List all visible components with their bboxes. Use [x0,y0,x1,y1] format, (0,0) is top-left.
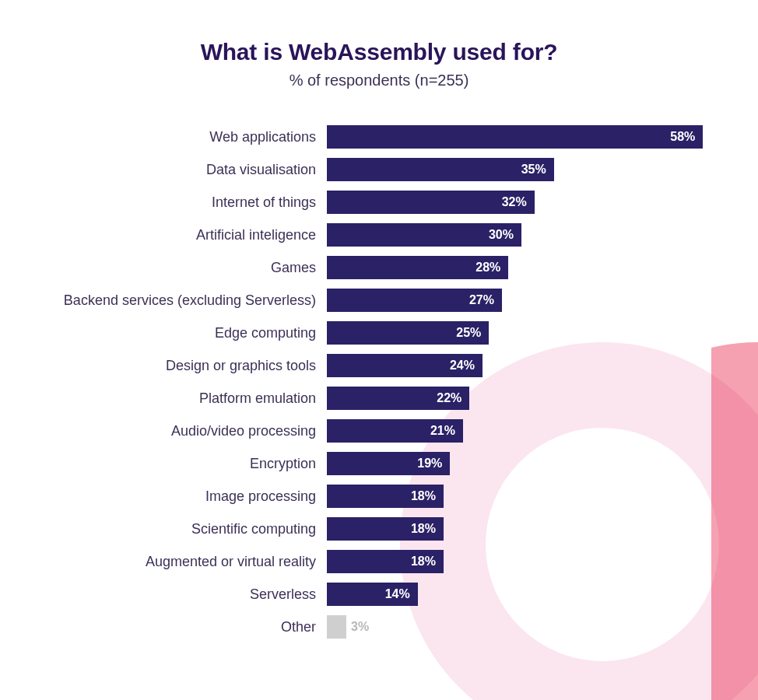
bar: 25% [327,321,489,345]
category-label: Backend services (excluding Serverless) [0,292,327,309]
bar-area: 25% [327,321,732,345]
bar-row: Encryption19% [0,447,758,480]
bar-value-label: 28% [476,261,500,275]
bar: 21% [327,419,463,443]
bar: 18% [327,517,444,541]
bar-area: 28% [327,256,732,279]
bar: 18% [327,485,444,508]
category-label: Platform emulation [0,390,327,407]
bar-area: 18% [327,517,732,541]
bars-area: Web applications58%Data visualisation35%… [0,121,758,643]
bar-area: 18% [327,550,732,573]
bar-value-label: 22% [437,391,461,405]
category-label: Augmented or virtual reality [0,554,327,570]
bar-value-label: 18% [411,555,436,569]
bar-value-label: 14% [385,587,410,601]
category-label: Artificial inteligence [0,227,327,243]
bar: 35% [327,158,554,181]
bar-value-label: 35% [521,163,546,177]
bar-area: 19% [327,452,732,475]
bar-row: Other3% [0,611,758,643]
bar-area: 30% [327,223,732,247]
category-label: Serverless [0,586,327,603]
category-label: Design or graphics tools [0,358,327,374]
bar: 28% [327,256,508,279]
bar-row: Artificial inteligence30% [0,219,758,251]
bar-value-label: 32% [502,195,527,209]
bar-row: Games28% [0,251,758,284]
bar-value-label: 58% [670,130,695,144]
bar-row: Edge computing25% [0,317,758,349]
category-label: Encryption [0,456,327,472]
bar-value-label: 18% [411,522,436,536]
category-label: Data visualisation [0,162,327,178]
bar-row: Serverless14% [0,578,758,611]
bar: 19% [327,452,450,475]
bar-value-label: 3% [346,615,369,639]
bar-value-label: 18% [411,489,436,503]
bar: 32% [327,191,535,214]
bar-area: 21% [327,419,732,443]
category-label: Edge computing [0,325,327,341]
category-label: Games [0,260,327,276]
category-label: Audio/video processing [0,423,327,439]
bar-area: 58% [327,125,732,149]
bar-area: 3% [327,615,732,639]
chart-title: What is WebAssembly used for? [0,39,758,65]
bar-value-label: 24% [450,359,475,373]
bar-value-label: 21% [430,424,455,438]
category-label: Image processing [0,488,327,505]
bar-value-label: 27% [469,293,494,307]
bar-row: Design or graphics tools24% [0,349,758,382]
bar-row: Internet of things32% [0,186,758,219]
bar: 14% [327,583,418,606]
bar-value-label: 30% [489,228,514,242]
bar-area: 14% [327,583,732,606]
category-label: Other [0,619,327,635]
category-label: Web applications [0,129,327,145]
bar-row: Data visualisation35% [0,153,758,186]
bar: 22% [327,387,469,410]
chart-container: What is WebAssembly used for? % of respo… [0,0,758,700]
bar-row: Backend services (excluding Serverless)2… [0,284,758,317]
bar-area: 22% [327,387,732,410]
bar: 58% [327,125,703,149]
chart-subtitle: % of respondents (n=255) [0,72,758,89]
bar-area: 27% [327,289,732,312]
bar-value-label: 25% [456,326,481,340]
category-label: Internet of things [0,194,327,211]
bar-area: 18% [327,485,732,508]
bar-row: Scientific computing18% [0,513,758,545]
bar-row: Audio/video processing21% [0,415,758,447]
bar-area: 32% [327,191,732,214]
bar: 30% [327,223,521,247]
bar-row: Image processing18% [0,480,758,513]
bar-row: Web applications58% [0,121,758,153]
bar-row: Platform emulation22% [0,382,758,415]
bar: 27% [327,289,502,312]
bar-area: 35% [327,158,732,181]
bar-value-label: 19% [417,457,442,471]
bar: 18% [327,550,444,573]
bar-row: Augmented or virtual reality18% [0,545,758,578]
bar [327,615,346,639]
bar: 24% [327,354,483,377]
bar-area: 24% [327,354,732,377]
category-label: Scientific computing [0,521,327,537]
